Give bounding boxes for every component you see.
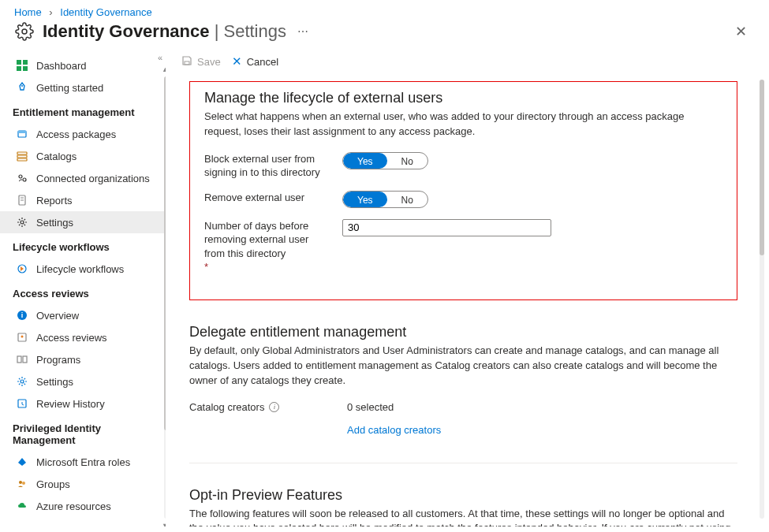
remove-user-label: Remove external user — [204, 191, 327, 205]
svg-rect-2 — [17, 66, 21, 71]
delegate-section: Delegate entitlement management By defau… — [189, 324, 737, 436]
sidebar-item-review-history[interactable]: Review History — [0, 392, 166, 415]
block-signin-label: Block external user from signing in to t… — [204, 152, 327, 180]
sidebar-group-access-reviews: Access reviews — [0, 280, 166, 304]
catalog-icon — [16, 150, 28, 162]
svg-rect-22 — [23, 356, 27, 363]
report-icon — [16, 194, 28, 206]
preview-section: Opt-in Preview Features The following fe… — [189, 487, 737, 527]
remove-user-toggle[interactable]: Yes No — [342, 191, 428, 208]
svg-point-20 — [21, 336, 24, 338]
svg-point-4 — [21, 85, 23, 87]
sidebar-item-ar-settings[interactable]: Settings — [0, 370, 166, 392]
sidebar-group-lifecycle: Lifecycle workflows — [0, 233, 166, 258]
history-icon — [16, 397, 28, 410]
svg-point-11 — [23, 178, 26, 181]
breadcrumb-page[interactable]: Identity Governance — [60, 6, 151, 18]
days-label: Number of days before removing external … — [204, 219, 327, 274]
collapse-sidebar-icon[interactable]: « — [158, 53, 162, 62]
workflow-icon — [16, 262, 28, 275]
catalog-creators-count: 0 selected — [347, 401, 394, 413]
close-icon[interactable]: ✕ — [735, 23, 747, 40]
svg-rect-1 — [23, 60, 28, 65]
svg-text:i: i — [21, 311, 24, 319]
sidebar-item-settings[interactable]: Settings — [0, 211, 166, 233]
sidebar-item-groups[interactable]: Groups — [0, 473, 166, 495]
sidebar-item-catalogs[interactable]: Catalogs — [0, 145, 166, 167]
cancel-button[interactable]: ✕ Cancel — [232, 54, 278, 69]
delegate-desc: By default, only Global Administrators a… — [189, 344, 737, 389]
sidebar-group-pim: Privileged Identity Management — [0, 415, 166, 451]
days-input[interactable] — [342, 219, 551, 236]
svg-point-25 — [19, 481, 22, 484]
sidebar-item-label: Settings — [36, 376, 73, 388]
sidebar-item-entra-roles[interactable]: Microsoft Entra roles — [0, 451, 166, 473]
dashboard-icon — [16, 59, 28, 72]
svg-rect-8 — [17, 155, 27, 158]
sidebar-item-label: Lifecycle workflows — [36, 263, 124, 275]
sidebar-group-terms: Terms of use — [0, 517, 166, 526]
sidebar-item-access-reviews[interactable]: Access reviews — [0, 326, 166, 348]
content-scrollbar[interactable] — [760, 80, 764, 519]
sidebar-item-label: Access packages — [36, 128, 116, 140]
svg-point-15 — [21, 221, 24, 224]
toolbar: Save ✕ Cancel — [166, 48, 769, 75]
breadcrumb-separator: › — [49, 6, 52, 18]
svg-rect-6 — [18, 131, 26, 133]
svg-point-26 — [22, 482, 25, 485]
groups-icon — [16, 478, 28, 490]
preview-title: Opt-in Preview Features — [189, 487, 737, 504]
preview-desc: The following features will soon be rele… — [189, 507, 737, 527]
sidebar-item-label: Getting started — [36, 82, 103, 94]
sidebar-item-label: Reports — [36, 195, 73, 206]
breadcrumb-home[interactable]: Home — [14, 6, 42, 18]
sidebar-item-label: Catalogs — [36, 151, 77, 162]
lifecycle-title: Manage the lifecycle of external users — [204, 90, 722, 106]
add-catalog-creators-link[interactable]: Add catalog creators — [347, 424, 441, 436]
sidebar-item-overview[interactable]: i Overview — [0, 304, 166, 326]
svg-rect-0 — [17, 60, 21, 65]
svg-rect-7 — [17, 152, 27, 154]
catalog-creators-label: Catalog creators i — [189, 401, 331, 413]
cloud-icon — [16, 500, 28, 512]
package-icon — [16, 128, 28, 140]
sidebar-item-label: Connected organizations — [36, 173, 150, 184]
info-icon[interactable]: i — [269, 402, 279, 412]
page-header: Identity Governance | Settings ⋯ ✕ — [0, 20, 769, 48]
sidebar-item-label: Microsoft Entra roles — [36, 456, 130, 468]
rocket-icon — [16, 81, 28, 94]
save-icon — [181, 55, 192, 69]
access-icon — [16, 331, 28, 344]
toggle-no[interactable]: No — [387, 192, 427, 207]
delegate-title: Delegate entitlement management — [189, 324, 737, 340]
sidebar-item-label: Programs — [36, 354, 80, 366]
toggle-yes[interactable]: Yes — [343, 192, 387, 207]
more-icon[interactable]: ⋯ — [297, 25, 308, 38]
lifecycle-desc: Select what happens when an external use… — [204, 110, 722, 140]
gear-icon — [14, 21, 35, 42]
sidebar-item-label: Azure resources — [36, 500, 111, 512]
breadcrumb: Home › Identity Governance — [0, 0, 769, 20]
gear-icon — [16, 216, 28, 229]
save-button[interactable]: Save — [181, 55, 221, 69]
sidebar-item-label: Dashboard — [36, 60, 87, 72]
lifecycle-section-highlight: Manage the lifecycle of external users S… — [189, 81, 737, 300]
sidebar-item-programs[interactable]: Programs — [0, 348, 166, 370]
sidebar-item-reports[interactable]: Reports — [0, 189, 166, 211]
toggle-no[interactable]: No — [387, 153, 427, 169]
svg-point-23 — [21, 380, 24, 383]
toggle-yes[interactable]: Yes — [343, 153, 387, 169]
sidebar-item-lifecycle-workflows[interactable]: Lifecycle workflows — [0, 258, 166, 280]
sidebar-item-access-packages[interactable]: Access packages — [0, 123, 166, 145]
sidebar-item-connected-orgs[interactable]: Connected organizations — [0, 167, 166, 189]
sidebar-item-dashboard[interactable]: Dashboard — [0, 54, 166, 76]
sidebar-item-label: Settings — [36, 217, 73, 229]
sidebar-item-getting-started[interactable]: Getting started — [0, 76, 166, 99]
sidebar-item-label: Groups — [36, 478, 70, 490]
sidebar-item-label: Review History — [36, 398, 105, 410]
sidebar-item-azure-resources[interactable]: Azure resources — [0, 495, 166, 517]
block-signin-toggle[interactable]: Yes No — [342, 152, 428, 169]
block-signin-row: Block external user from signing in to t… — [204, 152, 722, 180]
section-separator — [189, 463, 737, 463]
page-title: Identity Governance | Settings — [43, 21, 286, 42]
